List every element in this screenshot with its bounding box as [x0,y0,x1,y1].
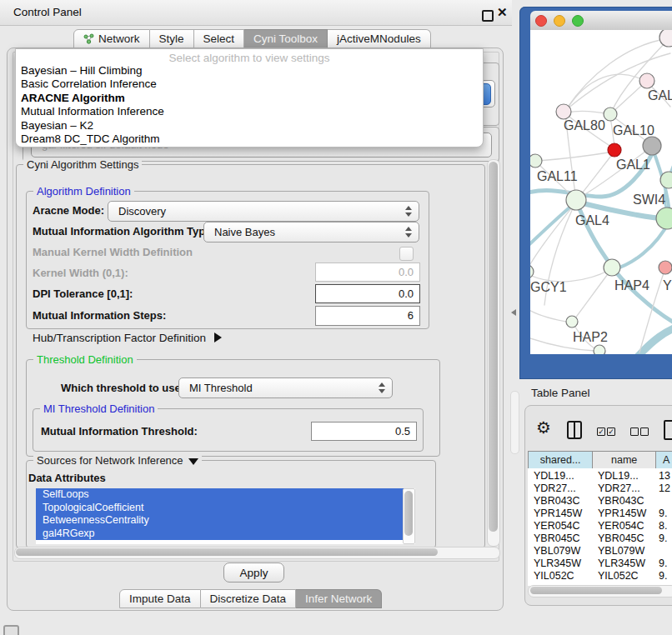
network-window-titlebar[interactable] [530,11,672,31]
node-label-gcy1: GCY1 [530,280,567,295]
tab-jactivemnodules[interactable]: jActiveMNodules [328,29,431,48]
sources-title[interactable]: Sources for Network Inference [33,454,202,467]
splitter-collapse-icon[interactable] [511,309,516,316]
table-horizontal-scrollbar-thumb[interactable] [530,587,662,594]
tab-style[interactable]: Style [150,29,194,48]
mi-threshold-group-title: MI Threshold Definition [40,402,158,415]
column-header-a[interactable]: A [656,452,672,468]
tab-cyni-toolbox[interactable]: Cyni Toolbox [244,29,328,48]
minimize-traffic-light-icon[interactable] [554,15,565,27]
network-node-hap4[interactable] [604,259,620,276]
network-node-gal4[interactable] [566,190,586,210]
network-edge[interactable] [574,271,610,319]
table-panel: ⚙ ✓ ✓ shared...nameA YDL19...YDL19...13Y… [524,405,672,606]
network-canvas[interactable]: GALGAL80GAL10GAL1GAL11SWI4GAL4GCY1HAP4YH… [530,30,672,354]
network-edge[interactable] [637,325,672,354]
tab-infer-network[interactable]: Infer Network [296,589,382,608]
table-row[interactable]: YER054CYER054C8. [528,520,672,532]
network-node-gal1[interactable] [608,143,621,157]
table-row[interactable]: YLR345WYLR345W9. [528,558,672,570]
algorithm-option-basic-correlation-inference[interactable]: Basic Correlation Inference [16,78,483,91]
aracne-mode-select[interactable]: Discovery [108,201,419,222]
table-row[interactable]: YIL052CYIL052C9. [528,570,672,582]
split-columns-icon[interactable] [567,421,582,439]
network-node-bottom-node[interactable] [594,345,605,354]
table-row[interactable]: YBR045CYBR045C9. [528,532,672,545]
attribute-topologicalcoefficient[interactable]: TopologicalCoefficient [36,502,404,515]
settings-vertical-scrollbar-thumb[interactable] [489,162,498,532]
tab-select[interactable]: Select [194,29,245,48]
close-window-icon[interactable]: ✕ [497,5,508,20]
network-edge[interactable] [611,82,645,113]
column-header-name[interactable]: name [593,452,656,468]
table-row[interactable]: YDL19...YDL19...13 [528,470,672,482]
tab-impute-data[interactable]: Impute Data [119,589,201,608]
node-label-gal11: GAL11 [537,169,578,184]
network-node-green-right[interactable] [656,208,672,229]
tab-label: Infer Network [305,590,372,608]
close-traffic-light-icon[interactable] [535,15,547,27]
network-edge[interactable] [538,152,614,161]
attribute-gal4rgexp[interactable]: gal4RGexp [36,528,404,541]
network-node-gal2[interactable] [639,73,654,88]
unchecked-checkbox-icon[interactable] [630,428,639,436]
page-icon[interactable] [664,420,672,440]
network-edge[interactable] [530,203,574,248]
bottom-tabs: Impute DataDiscretize DataInfer Network [119,589,382,608]
unchecked-checkbox-icon[interactable] [640,428,649,436]
network-node-hap2[interactable] [566,316,578,328]
which-threshold-select[interactable]: MI Threshold [178,378,393,398]
network-edge[interactable] [566,112,609,114]
tab-network[interactable]: Network [73,29,150,48]
apply-button[interactable]: Apply [223,562,284,582]
dpi-tolerance-label: DPI Tolerance [0,1]: [33,288,133,300]
kernel-width-field[interactable]: 0.0 [315,262,420,282]
gear-icon[interactable]: ⚙ [536,418,551,438]
node-label-gal80: GAL80 [564,118,605,133]
network-node-swi4[interactable] [660,172,672,188]
minimized-panel-icon[interactable] [3,625,19,635]
attributes-list-scrollbar-thumb[interactable] [404,491,413,536]
hub-definition-toggle[interactable]: Hub/Transcription Factor Definition [33,332,222,344]
kernel-width-label: Kernel Width (0,1): [33,267,128,279]
network-node-gal11[interactable] [530,154,542,168]
algorithm-option-mutual-information-inference[interactable]: Mutual Information Inference [16,105,483,118]
table-panel-title: Table Panel [531,387,590,399]
table-row[interactable]: YDR27...YDR27...12 [528,482,672,495]
algorithm-option-dream8-dc-tdc-algorithm[interactable]: Dream8 DC_TDC Algorithm [16,132,483,146]
manual-kernel-checkbox[interactable] [399,247,414,261]
data-attributes-list[interactable]: SelfLoopsTopologicalCoefficientBetweenne… [36,488,415,544]
checked-checkbox-icon[interactable]: ✓ [607,428,615,436]
dpi-tolerance-field[interactable]: 0.0 [315,284,420,303]
stepper-arrows-icon [405,205,413,218]
algorithm-option-bayesian-k2[interactable]: Bayesian – K2 [16,119,483,132]
network-node-gray-node[interactable] [643,137,661,155]
table-cell: YIL052C [593,570,656,582]
tab-discretize-data[interactable]: Discretize Data [201,589,297,608]
column-header-shared[interactable]: shared... [529,452,593,468]
network-node-node-top[interactable] [659,30,672,47]
table-row[interactable]: YPR145WYPR145W9. [528,508,672,520]
tab-label: Network [98,30,140,48]
settings-horizontal-scrollbar-thumb[interactable] [16,548,438,556]
mi-type-select[interactable]: Naive Bayes [203,222,419,242]
network-edge[interactable] [579,152,614,198]
algorithm-option-aracne-algorithm[interactable]: ARACNE Algorithm [16,92,483,105]
network-node-salmon[interactable] [659,261,672,274]
checked-checkbox-icon[interactable]: ✓ [597,428,605,436]
table-cell: YPR145W [593,508,656,520]
network-node-gal80[interactable] [556,104,571,119]
algorithm-option-bayesian-hill-climbing[interactable]: Bayesian – Hill Climbing [16,64,483,78]
zoom-traffic-light-icon[interactable] [572,15,584,27]
table-row[interactable]: YBR043CYBR043C [528,495,672,508]
attribute-selfloops[interactable]: SelfLoops [36,488,404,502]
network-edge[interactable] [530,308,571,322]
attribute-betweennesscentrality[interactable]: BetweennessCentrality [36,514,404,528]
mi-type-value: Naive Bayes [214,226,275,238]
mi-threshold-field[interactable]: 0.5 [311,422,417,441]
network-icon [83,33,94,44]
table-row[interactable]: YBL079WYBL079W [528,545,672,558]
network-node-gal10[interactable] [604,108,617,121]
float-window-icon[interactable] [482,10,494,22]
mi-steps-field[interactable]: 6 [315,306,420,326]
